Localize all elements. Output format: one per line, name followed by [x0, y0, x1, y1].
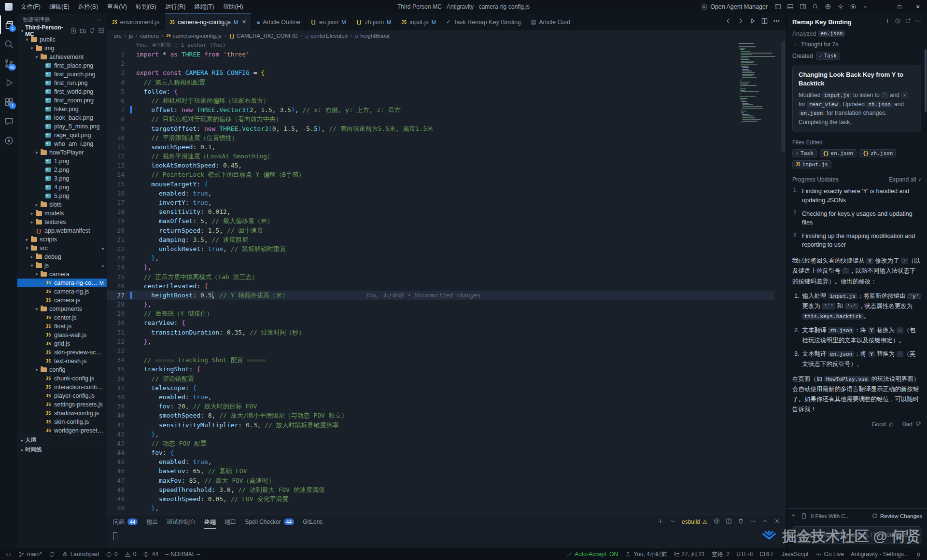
tree-root-folder[interactable]: ▾ Third-Person-MC [17, 26, 107, 35]
maximize-button[interactable]: ◻ [890, 0, 909, 14]
status-cursor-position[interactable]: 行 27, 列 21 [671, 548, 708, 560]
tree-item-interaction-config.js[interactable]: JSinteraction-config.js [17, 383, 107, 392]
scrollbar-thumb[interactable] [781, 41, 786, 152]
terminal-content[interactable] [107, 529, 786, 540]
feedback-bad-button[interactable]: Bad [902, 421, 921, 428]
close-panel-button[interactable] [774, 518, 780, 526]
tree-item-textures[interactable]: ▸textures [17, 218, 107, 226]
tree-item-chunk-config.js[interactable]: JSchunk-config.js [17, 374, 107, 383]
review-changes-button[interactable]: Review Changes [871, 513, 922, 519]
tree-item-glass-wall.js[interactable]: JSglass-wall.js [17, 331, 107, 339]
activity-agent-button[interactable] [0, 131, 17, 150]
tree-item-debug[interactable]: ▸debug [17, 252, 107, 261]
menu-item[interactable]: 选择(S) [74, 0, 103, 14]
gear-button[interactable] [834, 0, 847, 14]
more-button[interactable] [773, 17, 780, 27]
sidebar-section-大纲[interactable]: ▸大纲 [17, 435, 107, 445]
undo-icon[interactable] [791, 513, 798, 519]
breadcrumb-item-centerElevated[interactable]: ◻centerElevated [306, 33, 348, 39]
tree-item-2.png[interactable]: 2.png [17, 166, 107, 174]
status-errors[interactable]: 0 [102, 548, 121, 560]
tree-item-camera.js[interactable]: JScamera.js [17, 296, 107, 305]
code-editor[interactable]: You, 4小时前 | 1 author (You)1import * as T… [107, 41, 786, 515]
sidebar-section-时间线[interactable]: ▸时间线 [17, 445, 107, 454]
agent-scrollbar[interactable] [925, 49, 927, 112]
tree-item-text-mesh.js[interactable]: JStext-mesh.js [17, 357, 107, 365]
status-eol[interactable]: CRLF [756, 548, 778, 560]
globe-button[interactable] [822, 0, 834, 14]
tree-item-grid.js[interactable]: JSgrid.js [17, 339, 107, 348]
panel-tab-终端[interactable]: 终端 [204, 515, 216, 529]
menu-item[interactable]: 运行(R) [161, 0, 190, 14]
tree-item-4.png[interactable]: 4.png [17, 183, 107, 192]
tree-item-player-config.js[interactable]: JSplayer-config.js [17, 392, 107, 400]
status-notifications[interactable] [912, 548, 925, 560]
tree-item-first_run.png[interactable]: first_run.png [17, 79, 107, 87]
tab-Task Remap Key Binding[interactable]: ✓Task Remap Key Binding [441, 14, 526, 30]
tree-item-app.webmanifest[interactable]: {}app.webmanifest [17, 226, 107, 235]
breadcrumb-item-js[interactable]: js [129, 33, 133, 39]
tree-item-first_place.png[interactable]: first_place.png [17, 61, 107, 70]
minimap[interactable] [739, 43, 779, 124]
tree-item-1.png[interactable]: 1.png [17, 157, 107, 166]
close-button[interactable]: ✕ [909, 0, 927, 14]
tree-item-public[interactable]: ▾public [17, 35, 107, 44]
breadcrumb-item-camera[interactable]: camera [140, 33, 158, 39]
tab-input.js[interactable]: JSinput.jsM [396, 14, 441, 30]
collapse-all-button[interactable] [97, 27, 105, 35]
chevron-down-button[interactable] [859, 0, 872, 14]
tree-item-slots[interactable]: ▸slots [17, 200, 107, 209]
tree-item-first_punch.png[interactable]: first_punch.png [17, 70, 107, 79]
activity-run-debug-button[interactable] [0, 73, 17, 92]
tree-item-settings-presets.js[interactable]: JSsettings-presets.js [17, 400, 107, 409]
tab-camera-rig-config.js[interactable]: JScamera-rig-config.jsM✕ [165, 14, 252, 30]
status-blame-author[interactable]: You, 4小时前 [621, 548, 671, 560]
activity-explorer-button[interactable]: 1 [0, 15, 17, 34]
new-folder-button[interactable] [79, 27, 86, 35]
codelens-blame[interactable]: You, 4小时前 | 1 author (You) [136, 41, 225, 50]
maximize-panel-button[interactable] [762, 518, 768, 526]
file-chip-en.json[interactable]: {}en.json [820, 149, 857, 157]
status-vim-mode[interactable]: -- NORMAL -- [162, 548, 204, 560]
layout-sidebar-button[interactable] [772, 0, 784, 14]
open-agent-manager-button[interactable]: Open Agent Manager [697, 3, 772, 10]
status-spell-count[interactable]: 44 [140, 548, 161, 560]
tree-item-skin-config.js[interactable]: JSskin-config.js [17, 418, 107, 426]
menu-item[interactable]: 终端(T) [190, 0, 218, 14]
activity-source-control-button[interactable]: 42 [0, 54, 17, 72]
breadcrumb-item-heightBoost[interactable]: ◻heightBoost [355, 33, 389, 39]
refresh-button[interactable] [88, 27, 96, 35]
menu-item[interactable]: 帮助(H) [218, 0, 247, 14]
tree-item-models[interactable]: ▸models [17, 209, 107, 218]
tree-item-img[interactable]: ▾img [17, 44, 107, 53]
attach-terminal-button[interactable] [714, 518, 720, 526]
split-button[interactable] [761, 17, 768, 27]
activity-extensions-button[interactable]: 1 [0, 93, 17, 111]
tab-Article Guid[interactable]: ▤Article Guid [526, 14, 576, 30]
explorer-more-icon[interactable]: ⋯ [97, 16, 102, 23]
status-go-live[interactable]: Go Live [812, 548, 847, 560]
feedback-good-button[interactable]: Good [871, 421, 894, 428]
status-indentation[interactable]: 空格: 2 [708, 548, 733, 560]
split-terminal-button[interactable] [726, 518, 732, 526]
tree-item-who_am_i.png[interactable]: who_am_i.png [17, 140, 107, 148]
new-conversation-button[interactable] [885, 17, 891, 26]
close-icon[interactable]: ✕ [242, 19, 246, 25]
layout-panel-button[interactable] [784, 0, 797, 14]
tab-zh.json[interactable]: {}zh.jsonM [351, 14, 397, 30]
menu-item[interactable]: 查看(V) [102, 0, 131, 14]
breadcrumb-item-CAMERA_RIG_CONFIG[interactable]: {}CAMERA_RIG_CONFIG [229, 33, 298, 39]
refresh-button[interactable] [905, 17, 911, 26]
status-language-mode[interactable]: JavaScript [778, 548, 812, 560]
file-chip-zh.json[interactable]: {}zh.json [859, 149, 896, 157]
tree-item-skin-preview-scene.js[interactable]: JSskin-preview-scene.js [17, 348, 107, 357]
file-chip-input.js[interactable]: JSinput.js [792, 160, 831, 168]
expand-all-button[interactable]: Expand all ∨ [889, 176, 921, 183]
esbuild-terminal-item[interactable]: esbuild [682, 518, 708, 525]
panel-tab-调试控制台[interactable]: 调试控制台 [167, 515, 196, 529]
tree-item-camera-rig-config.js[interactable]: JScamera-rig-config.jsM [17, 279, 107, 287]
status-auto-accept[interactable]: Auto-Accept: ON [562, 548, 621, 560]
tree-item-camera[interactable]: ▾camera [17, 270, 107, 279]
tab-en.json[interactable]: {}en.jsonM [306, 14, 351, 30]
status-git-branch[interactable]: main* [15, 548, 45, 560]
